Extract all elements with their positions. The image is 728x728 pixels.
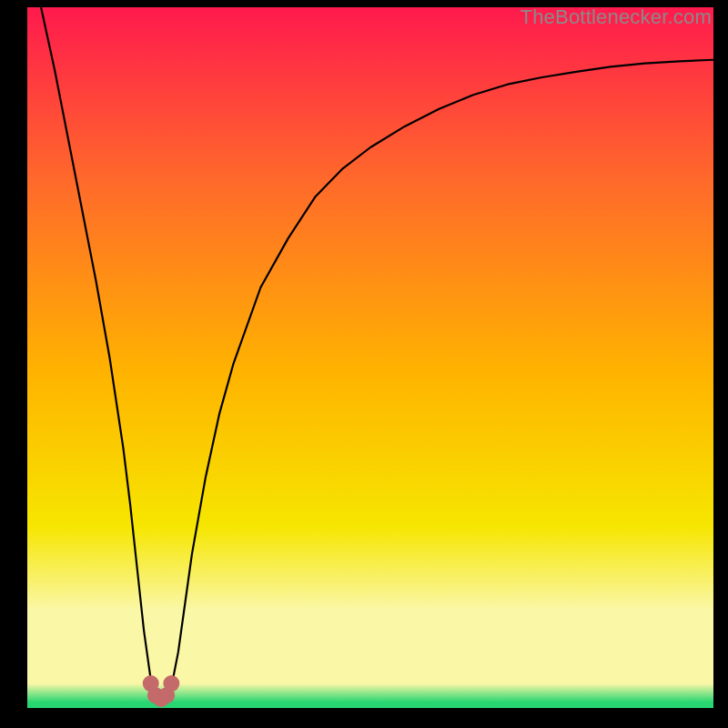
bottleneck-chart bbox=[27, 7, 713, 708]
gradient-background bbox=[27, 7, 713, 708]
valley-marker bbox=[163, 675, 179, 692]
chart-frame bbox=[27, 7, 713, 708]
